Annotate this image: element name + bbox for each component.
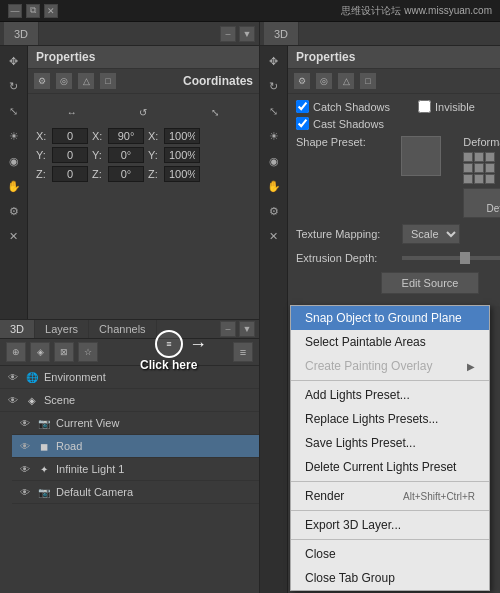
invisible-checkbox[interactable]	[418, 100, 431, 113]
layer-vis-currentview[interactable]: 👁	[18, 416, 32, 430]
layer-edit-btn[interactable]: ◈	[30, 342, 50, 362]
left-panel-minimize[interactable]: –	[220, 26, 236, 42]
coord-label-z3: Z:	[148, 168, 160, 180]
layer-tab-3d[interactable]: 3D	[0, 320, 35, 338]
vtool-settings[interactable]: ✕	[3, 225, 25, 247]
rtool-scale[interactable]: ⤡	[263, 100, 285, 122]
ctx-item-close-tab-group[interactable]: Close Tab Group	[291, 566, 489, 590]
vtool-light[interactable]: ☀	[3, 125, 25, 147]
rtool-extra[interactable]: ⚙	[263, 200, 285, 222]
cast-shadows-row: Cast Shadows	[296, 117, 500, 130]
props-icon-1[interactable]: ⚙	[34, 73, 50, 89]
deform-dot-7[interactable]	[463, 174, 473, 184]
ctx-item-snap[interactable]: Snap Object to Ground Plane	[291, 306, 489, 330]
left-3d-tab[interactable]: 3D	[4, 22, 39, 45]
coord-z-rot[interactable]	[108, 166, 144, 182]
left-panel-collapse[interactable]: ▼	[239, 26, 255, 42]
rtool-rotate[interactable]: ↻	[263, 75, 285, 97]
catch-shadows-checkbox[interactable]	[296, 100, 309, 113]
deform-dot-4[interactable]	[463, 163, 473, 173]
rtool-light[interactable]: ☀	[263, 125, 285, 147]
layer-icon-scene: ◈	[24, 392, 40, 408]
minimize-button[interactable]: —	[8, 4, 22, 18]
vtool-move[interactable]: ✥	[3, 50, 25, 72]
ctx-item-add-lights[interactable]: Add Lights Preset...	[291, 383, 489, 407]
coord-label-z2: Z:	[92, 168, 104, 180]
coord-y-rot[interactable]	[108, 147, 144, 163]
vtool-extra[interactable]: ⚙	[3, 200, 25, 222]
rprops-icon-1[interactable]: ⚙	[294, 73, 310, 89]
deform-dot-8[interactable]	[474, 174, 484, 184]
extrusion-slider[interactable]	[402, 256, 500, 260]
deform-dot-2[interactable]	[474, 152, 484, 162]
coord-section: ↔ ↺ ⤡ X: X: X: Y:	[28, 94, 259, 191]
layer-vis-scene[interactable]: 👁	[6, 393, 20, 407]
deform-dot-3[interactable]	[485, 152, 495, 162]
coord-x-rot[interactable]	[108, 128, 144, 144]
coord-y-scale[interactable]	[164, 147, 200, 163]
vtool-rotate[interactable]: ↻	[3, 75, 25, 97]
rprops-icon-2[interactable]: ◎	[316, 73, 332, 89]
deform-dot-5[interactable]	[474, 163, 484, 173]
coord-x-scale[interactable]	[164, 128, 200, 144]
props-icon-3[interactable]: △	[78, 73, 94, 89]
layer-tab-layers[interactable]: Layers	[35, 320, 89, 338]
texture-mapping-select[interactable]: Scale	[402, 224, 460, 244]
window-controls[interactable]: — ⧉ ✕	[8, 4, 58, 18]
rtool-move[interactable]: ✥	[263, 50, 285, 72]
ctx-item-export[interactable]: Export 3D Layer...	[291, 513, 489, 537]
vtool-camera[interactable]: ◉	[3, 150, 25, 172]
rtool-settings[interactable]: ✕	[263, 225, 285, 247]
close-button[interactable]: ✕	[44, 4, 58, 18]
ctx-item-save-lights[interactable]: Save Lights Preset...	[291, 431, 489, 455]
ctx-item-close[interactable]: Close	[291, 542, 489, 566]
context-menu: Snap Object to Ground Plane Select Paint…	[290, 305, 490, 591]
deform-dot-1[interactable]	[463, 152, 473, 162]
catch-shadows-label: Catch Shadows	[313, 101, 390, 113]
ctx-item-delete-lights[interactable]: Delete Current Lights Preset	[291, 455, 489, 479]
edit-source-btn[interactable]: Edit Source	[381, 272, 480, 294]
layer-add-btn[interactable]: ⊕	[6, 342, 26, 362]
coord-x-pos[interactable]	[52, 128, 88, 144]
deform-dot-9[interactable]	[485, 174, 495, 184]
reset-deformation-btn[interactable]: Reset Deformation	[463, 188, 500, 218]
vtool-pan[interactable]: ✋	[3, 175, 25, 197]
cast-shadows-checkbox[interactable]	[296, 117, 309, 130]
right-vertical-toolbar: ✥ ↻ ⤡ ☀ ◉ ✋ ⚙ ✕	[260, 46, 288, 593]
right-3d-tab[interactable]: 3D	[264, 22, 299, 45]
layer-menu-btn[interactable]: ≡	[233, 342, 253, 362]
click-here-text: Click here	[140, 358, 197, 372]
layer-vis-road[interactable]: 👁	[18, 439, 32, 453]
rprops-icon-3[interactable]: △	[338, 73, 354, 89]
layer-vis-light[interactable]: 👁	[18, 462, 32, 476]
coord-y-pos[interactable]	[52, 147, 88, 163]
ctx-item-replace-lights[interactable]: Replace Lights Presets...	[291, 407, 489, 431]
slider-thumb[interactable]	[460, 252, 470, 264]
layer-collapse-btn[interactable]: ▼	[239, 321, 255, 337]
ctx-label-create-painting: Create Painting Overlay	[305, 359, 432, 373]
layer-minimize-btn[interactable]: –	[220, 321, 236, 337]
rprops-icon-4[interactable]: □	[360, 73, 376, 89]
deform-dot-6[interactable]	[485, 163, 495, 173]
layer-delete-btn[interactable]: ⊠	[54, 342, 74, 362]
layer-vis-camera[interactable]: 👁	[18, 485, 32, 499]
ctx-item-render[interactable]: Render Alt+Shift+Ctrl+R	[291, 484, 489, 508]
layer-vis-environment[interactable]: 👁	[6, 370, 20, 384]
ctx-item-select-paintable[interactable]: Select Paintable Areas	[291, 330, 489, 354]
ctx-label-delete-lights: Delete Current Lights Preset	[305, 460, 456, 474]
layer-tab-channels[interactable]: Channels	[89, 320, 156, 338]
layer-star-btn[interactable]: ☆	[78, 342, 98, 362]
rtool-camera[interactable]: ◉	[263, 150, 285, 172]
mesh-props: Catch Shadows Invisible Cast Shadows	[288, 94, 500, 306]
shape-preview-box[interactable]	[401, 136, 441, 176]
coord-label-y2: Y:	[92, 149, 104, 161]
maximize-button[interactable]: ⧉	[26, 4, 40, 18]
props-icon-4[interactable]: □	[100, 73, 116, 89]
coord-z-pos[interactable]	[52, 166, 88, 182]
coord-z-scale[interactable]	[164, 166, 200, 182]
vtool-scale[interactable]: ⤡	[3, 100, 25, 122]
rtool-pan[interactable]: ✋	[263, 175, 285, 197]
props-icon-2[interactable]: ◎	[56, 73, 72, 89]
extrusion-depth-label: Extrusion Depth:	[296, 252, 396, 264]
texture-mapping-row: Texture Mapping: Scale	[296, 224, 500, 244]
